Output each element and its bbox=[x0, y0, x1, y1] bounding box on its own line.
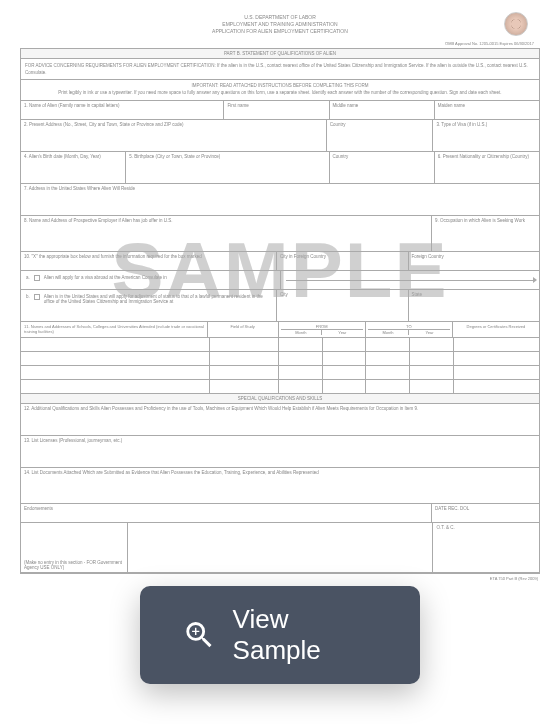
table-row bbox=[21, 352, 539, 366]
table-header: 11. Names and Addresses of Schools, Coll… bbox=[21, 322, 539, 338]
field-2b: Country bbox=[327, 120, 434, 151]
field-10: 10. "X" the appropriate box below and fu… bbox=[21, 252, 277, 270]
arrow-cell bbox=[281, 271, 540, 289]
field-12: 12. Additional Qualifications and Skills… bbox=[21, 404, 539, 435]
field-4: 4. Alien's Birth date (Month, Day, Year) bbox=[21, 152, 126, 183]
field-10a-wrap: a. Alien will apply for a visa abroad at… bbox=[21, 271, 281, 289]
row-10b: b. Alien is in the United States and wil… bbox=[21, 290, 539, 322]
field-5b: Country bbox=[330, 152, 435, 183]
table-row bbox=[21, 338, 539, 352]
checkbox-a[interactable] bbox=[34, 275, 40, 281]
checkbox-b[interactable] bbox=[34, 294, 40, 300]
row-12: 12. Additional Qualifications and Skills… bbox=[21, 404, 539, 436]
row-end: Endorsements DATE REC. DOL bbox=[21, 504, 539, 523]
part-b-header: PART B. STATEMENT OF QUALIFICATIONS OF A… bbox=[21, 49, 539, 59]
admin-title: EMPLOYMENT AND TRAINING ADMINISTRATION bbox=[20, 21, 540, 28]
row-gov: (Make no entry in this section - FOR Gov… bbox=[21, 523, 539, 573]
th-to: TO MonthYear bbox=[366, 322, 453, 337]
gov-note: (Make no entry in this section - FOR Gov… bbox=[21, 523, 128, 572]
omb-approval: OMB Approval No. 1205-0015 Expires 06/30… bbox=[20, 39, 540, 48]
field-14: 14. List Documents Attached Which are Su… bbox=[21, 468, 539, 503]
row-13: 13. List Licenses (Professional, journey… bbox=[21, 436, 539, 468]
field-2: 2. Present Address (No., Street, City an… bbox=[21, 120, 327, 151]
field-1c: Middle name bbox=[330, 101, 435, 119]
form-header: U.S. DEPARTMENT OF LABOR EMPLOYMENT AND … bbox=[20, 10, 540, 39]
zoom-icon bbox=[182, 617, 217, 653]
row-4: 7. Address in the United States Where Al… bbox=[21, 184, 539, 216]
form-page: U.S. DEPARTMENT OF LABOR EMPLOYMENT AND … bbox=[20, 10, 540, 583]
field-9: 9. Occupation in which Alien is Seeking … bbox=[432, 216, 539, 251]
field-6: 6. Present Nationality or Citizenship (C… bbox=[435, 152, 539, 183]
field-1d: Maiden name bbox=[435, 101, 539, 119]
row-3: 4. Alien's Birth date (Month, Day, Year)… bbox=[21, 152, 539, 184]
field-10b3: State bbox=[409, 290, 540, 321]
row-1: 1. Name of Alien (Family name in capital… bbox=[21, 101, 539, 120]
dept-title: U.S. DEPARTMENT OF LABOR bbox=[20, 14, 540, 21]
field-10a3: Foreign Country bbox=[409, 252, 540, 270]
field-10b: Alien is in the United States and will a… bbox=[42, 292, 273, 319]
field-3: 3. Type of Visa (if in U.S.) bbox=[433, 120, 539, 151]
field-5: 5. Birthplace (City or Town, State or Pr… bbox=[126, 152, 329, 183]
field-1: 1. Name of Alien (Family name in capital… bbox=[21, 101, 224, 119]
field-1b: First name bbox=[224, 101, 329, 119]
field-10b2: City bbox=[277, 290, 409, 321]
row-10: 10. "X" the appropriate box below and fu… bbox=[21, 252, 539, 271]
date-rec: DATE REC. DOL bbox=[432, 504, 539, 522]
th-deg: Degrees or Certificates Received bbox=[453, 322, 539, 337]
field-8: 8. Name and Address of Prospective Emplo… bbox=[21, 216, 432, 251]
important-text: IMPORTANT: READ ATTACHED INSTRUCTIONS BE… bbox=[21, 80, 539, 101]
imp-line2: Print legibly in ink or use a typewriter… bbox=[25, 90, 535, 97]
th-from: FROM MonthYear bbox=[279, 322, 366, 337]
spq-header: SPECIAL QUALIFICATIONS AND SKILLS bbox=[21, 394, 539, 404]
field-10b-wrap: b. Alien is in the United States and wil… bbox=[21, 290, 277, 321]
field-13: 13. List Licenses (Professional, journey… bbox=[21, 436, 539, 467]
th-schools: 11. Names and Addresses of Schools, Coll… bbox=[21, 322, 208, 337]
field-10a2: City in Foreign Country bbox=[277, 252, 409, 270]
row-5: 8. Name and Address of Prospective Emplo… bbox=[21, 216, 539, 252]
field-10a: Alien will apply for a visa abroad at th… bbox=[42, 273, 277, 287]
form-body: PART B. STATEMENT OF QUALIFICATIONS OF A… bbox=[20, 48, 540, 574]
gov-blank bbox=[128, 523, 434, 572]
row-14: 14. List Documents Attached Which are Su… bbox=[21, 468, 539, 504]
table-row bbox=[21, 380, 539, 394]
endorsements: Endorsements bbox=[21, 504, 432, 522]
table-row bbox=[21, 366, 539, 380]
row-2: 2. Present Address (No., Street, City an… bbox=[21, 120, 539, 152]
th-field: Field of Study bbox=[208, 322, 279, 337]
view-sample-button[interactable]: View Sample bbox=[140, 586, 420, 684]
advice-text: FOR ADVICE CONCERNING REQUIREMENTS FOR A… bbox=[21, 59, 539, 80]
form-number: ETA 750 Part B (Rev 2009) bbox=[20, 574, 540, 583]
field-7: 7. Address in the United States Where Al… bbox=[21, 184, 539, 215]
seal-icon bbox=[504, 12, 528, 36]
app-title: APPLICATION FOR ALIEN EMPLOYMENT CERTIFI… bbox=[20, 28, 540, 35]
ot-c: O.T. & C. bbox=[433, 523, 539, 572]
row-10a: a. Alien will apply for a visa abroad at… bbox=[21, 271, 539, 290]
imp-line1: IMPORTANT: READ ATTACHED INSTRUCTIONS BE… bbox=[25, 83, 535, 90]
view-sample-label: View Sample bbox=[233, 604, 378, 666]
